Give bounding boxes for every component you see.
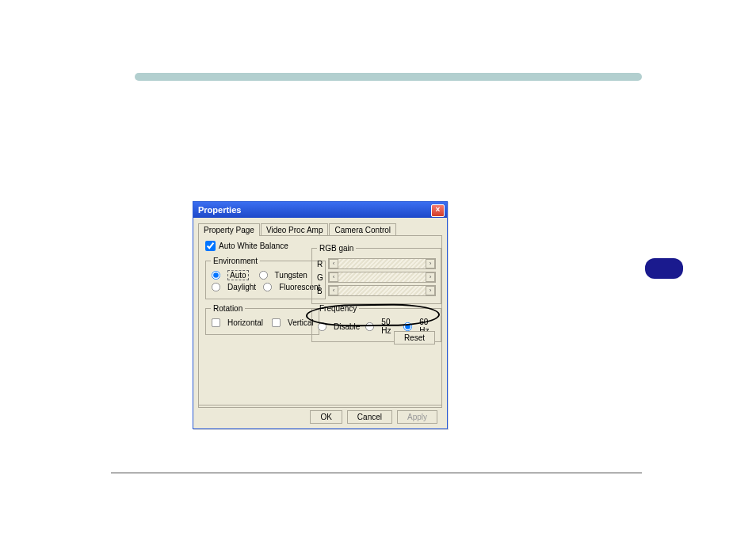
cancel-button[interactable]: Cancel [347, 410, 392, 424]
freq-50hz-radio[interactable] [365, 322, 374, 330]
slider-right-arrow-icon[interactable]: › [426, 259, 435, 268]
rgb-b-row: B ‹ › [317, 285, 436, 296]
tab-strip: Property Page Video Proc Amp Camera Cont… [193, 218, 447, 235]
properties-dialog: Properties × Property Page Video Proc Am… [193, 201, 448, 429]
tab-camera-control[interactable]: Camera Control [329, 223, 396, 236]
apply-button[interactable]: Apply [397, 410, 437, 424]
rotation-legend: Rotation [211, 304, 245, 313]
env-daylight-radio[interactable] [212, 283, 220, 291]
rgb-gain-group: RGB gain R ‹ › G ‹ › B ‹ › [311, 244, 441, 304]
env-tungsten-label: Tungsten [275, 271, 307, 280]
rgb-g-slider[interactable]: ‹ › [328, 272, 436, 283]
slider-right-arrow-icon[interactable]: › [426, 286, 435, 295]
rgb-r-slider[interactable]: ‹ › [328, 258, 436, 269]
slider-left-arrow-icon[interactable]: ‹ [329, 286, 338, 295]
auto-white-balance-checkbox[interactable]: Auto White Balance [205, 241, 288, 251]
ok-button[interactable]: OK [310, 410, 342, 424]
rotation-vertical-checkbox[interactable] [272, 318, 281, 327]
env-tungsten-radio[interactable] [259, 271, 268, 280]
rotation-vertical-label: Vertical [288, 318, 314, 327]
slider-left-arrow-icon[interactable]: ‹ [329, 272, 338, 282]
rgb-r-row: R ‹ › [317, 258, 436, 269]
rgb-b-slider[interactable]: ‹ › [328, 285, 436, 296]
reset-button[interactable]: Reset [394, 331, 435, 345]
auto-white-balance-label: Auto White Balance [219, 242, 288, 250]
rgb-g-label: G [317, 273, 325, 282]
rotation-group: Rotation Horizontal Vertical [205, 304, 319, 335]
rgb-legend: RGB gain [317, 244, 356, 253]
frequency-legend: Frequency [317, 304, 359, 313]
close-icon: × [436, 205, 441, 214]
rgb-b-label: B [317, 287, 325, 295]
close-button[interactable]: × [431, 204, 445, 217]
rgb-g-row: G ‹ › [317, 272, 436, 283]
freq-60hz-radio[interactable] [403, 322, 412, 330]
env-fluorescent-radio[interactable] [263, 283, 272, 291]
dialog-button-bar: OK Cancel Apply [198, 405, 442, 424]
env-daylight-label: Daylight [227, 283, 256, 291]
env-auto-label: Auto [227, 270, 249, 280]
decorative-pill [645, 258, 683, 279]
auto-white-balance-input[interactable] [205, 241, 216, 251]
slider-left-arrow-icon[interactable]: ‹ [329, 259, 338, 268]
decorative-rule-bottom [111, 472, 642, 474]
rgb-r-label: R [317, 260, 325, 268]
freq-disable-label: Disable [334, 322, 360, 331]
dialog-title: Properties [198, 205, 241, 215]
tab-page: Auto White Balance Environment Auto Tung… [198, 235, 442, 408]
titlebar[interactable]: Properties × [193, 202, 447, 218]
environment-group: Environment Auto Tungsten Daylight Fluor… [205, 257, 326, 299]
tab-property-page[interactable]: Property Page [198, 223, 260, 236]
rotation-horizontal-label: Horizontal [227, 318, 263, 327]
freq-disable-radio[interactable] [318, 322, 326, 330]
decorative-bar-top [135, 73, 642, 81]
rotation-horizontal-checkbox[interactable] [212, 318, 220, 327]
slider-right-arrow-icon[interactable]: › [426, 272, 435, 282]
tab-video-proc-amp[interactable]: Video Proc Amp [261, 223, 329, 236]
env-auto-radio[interactable] [212, 271, 220, 280]
environment-legend: Environment [211, 257, 260, 265]
